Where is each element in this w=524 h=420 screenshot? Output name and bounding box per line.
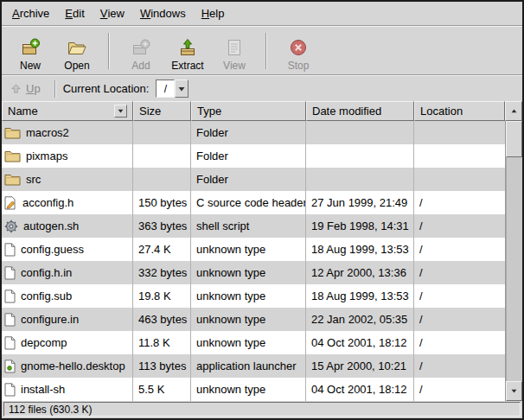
file-type: unknown type: [191, 378, 306, 401]
file-name: config.guess: [21, 243, 84, 256]
table-row[interactable]: config.guess 27.4 K unknown type 18 Aug …: [2, 238, 505, 261]
location-combo[interactable]: /: [156, 80, 189, 98]
current-location-label: Current Location:: [63, 82, 150, 95]
file-date: 18 Aug 1999, 13:53: [306, 238, 414, 261]
file-date: 04 Oct 2001, 18:12: [306, 331, 414, 354]
file-type: unknown type: [191, 238, 306, 261]
file-type: application launcher: [191, 354, 306, 378]
menu-windows[interactable]: Windows: [132, 2, 194, 25]
document-icon: [4, 266, 16, 280]
new-button[interactable]: New: [7, 29, 54, 72]
extract-button[interactable]: Extract: [164, 29, 211, 72]
scrollbar-thumb[interactable]: [506, 121, 522, 157]
table-row[interactable]: gnome-hello.desktop 113 bytes applicatio…: [2, 354, 505, 378]
up-button[interactable]: Up: [7, 80, 48, 97]
file-name: gnome-hello.desktop: [21, 360, 125, 372]
open-button[interactable]: Open: [54, 29, 100, 72]
stop-button[interactable]: Stop: [275, 29, 322, 72]
table-row[interactable]: autogen.sh 363 bytes shell script 19 Feb…: [2, 214, 505, 238]
column-header-type[interactable]: Type: [191, 101, 306, 121]
table-row[interactable]: install-sh 5.5 K unknown type 04 Oct 200…: [2, 378, 505, 401]
file-type: Folder: [191, 121, 306, 144]
toolbar-separator: [108, 33, 110, 69]
column-header-size[interactable]: Size: [133, 101, 191, 121]
scroll-down-icon[interactable]: [506, 381, 522, 401]
table-row[interactable]: config.sub 19.8 K unknown type 18 Aug 19…: [2, 284, 505, 308]
file-type: unknown type: [191, 331, 306, 354]
table-row[interactable]: pixmaps Folder: [2, 144, 505, 168]
file-date: 12 Apr 2000, 13:36: [306, 261, 414, 284]
menu-view[interactable]: View: [93, 2, 132, 25]
launcher-file-icon: [4, 360, 16, 373]
table-row[interactable]: acconfig.h 150 bytes C source code heade…: [2, 191, 505, 214]
file-date: [306, 144, 414, 168]
table-row[interactable]: depcomp 11.8 K unknown type 04 Oct 2001,…: [2, 331, 505, 354]
file-name: config.h.in: [21, 266, 72, 279]
column-header-date-modified[interactable]: Date modified: [306, 101, 414, 121]
file-list: Name Size Type Date modified Location ma…: [2, 101, 522, 401]
scrollbar-track[interactable]: [506, 121, 522, 381]
file-type: Folder: [191, 144, 306, 168]
document-icon: [4, 313, 16, 327]
file-type: unknown type: [191, 261, 306, 284]
menu-archive[interactable]: Archive: [4, 2, 57, 25]
file-name: depcomp: [21, 336, 67, 349]
file-size: [133, 168, 191, 191]
table-row[interactable]: macros2 Folder: [2, 121, 505, 144]
file-size: [133, 144, 191, 168]
table-row[interactable]: src Folder: [2, 168, 505, 191]
menu-edit[interactable]: Edit: [57, 2, 92, 25]
toolbar-separator: [265, 33, 267, 69]
column-header-location[interactable]: Location: [414, 101, 505, 121]
file-location: /: [414, 261, 505, 284]
file-name: install-sh: [21, 383, 65, 396]
open-button-label: Open: [64, 60, 89, 72]
file-date: 04 Oct 2001, 18:12: [306, 378, 414, 401]
view-button-label: View: [223, 60, 246, 72]
file-size: 332 bytes: [133, 261, 191, 284]
vertical-scrollbar[interactable]: [505, 121, 522, 401]
file-type: C source code header: [191, 191, 306, 214]
chevron-down-icon[interactable]: [175, 80, 189, 98]
file-location: /: [414, 354, 505, 378]
file-name: autogen.sh: [23, 220, 79, 232]
view-button[interactable]: View: [211, 29, 258, 72]
up-button-label: Up: [26, 82, 41, 95]
file-size: 363 bytes: [133, 214, 191, 238]
table-header: Name Size Type Date modified Location: [2, 101, 522, 121]
archive-manager-window: Archive Edit View Windows Help New: [0, 0, 524, 420]
add-button-label: Add: [131, 60, 150, 72]
file-location: /: [414, 308, 505, 331]
menu-help[interactable]: Help: [194, 2, 233, 25]
file-date: 22 Jan 2002, 05:35: [306, 308, 414, 331]
file-size: 150 bytes: [133, 191, 191, 214]
toolbar: New Open Add: [2, 27, 522, 74]
file-name: pixmaps: [26, 150, 67, 162]
location-value: /: [156, 80, 175, 98]
status-text: 112 files (630.3 K): [3, 402, 521, 417]
file-date: 18 Aug 1999, 13:53: [306, 284, 414, 308]
file-size: 11.8 K: [133, 331, 191, 354]
document-icon: [4, 336, 16, 350]
folder-icon: [4, 173, 21, 186]
location-separator: [54, 80, 56, 98]
file-size: 463 bytes: [133, 308, 191, 331]
scroll-up-icon[interactable]: [505, 101, 522, 121]
file-location: [414, 121, 505, 144]
column-header-name[interactable]: Name: [2, 101, 133, 121]
table-row[interactable]: config.h.in 332 bytes unknown type 12 Ap…: [2, 261, 505, 284]
document-icon: [4, 383, 16, 397]
file-location: [414, 144, 505, 168]
file-type: Folder: [191, 168, 306, 191]
file-date: 15 Apr 2000, 10:21: [306, 354, 414, 378]
sort-order-icon[interactable]: [114, 105, 127, 118]
add-archive-icon: [131, 36, 151, 59]
stop-icon: [288, 36, 309, 59]
file-location: /: [414, 284, 505, 308]
add-button[interactable]: Add: [118, 29, 164, 72]
folder-icon: [4, 150, 21, 162]
extract-icon: [177, 36, 198, 59]
file-name: src: [26, 173, 41, 186]
table-row[interactable]: configure.in 463 bytes unknown type 22 J…: [2, 308, 505, 331]
file-location: /: [414, 378, 505, 401]
